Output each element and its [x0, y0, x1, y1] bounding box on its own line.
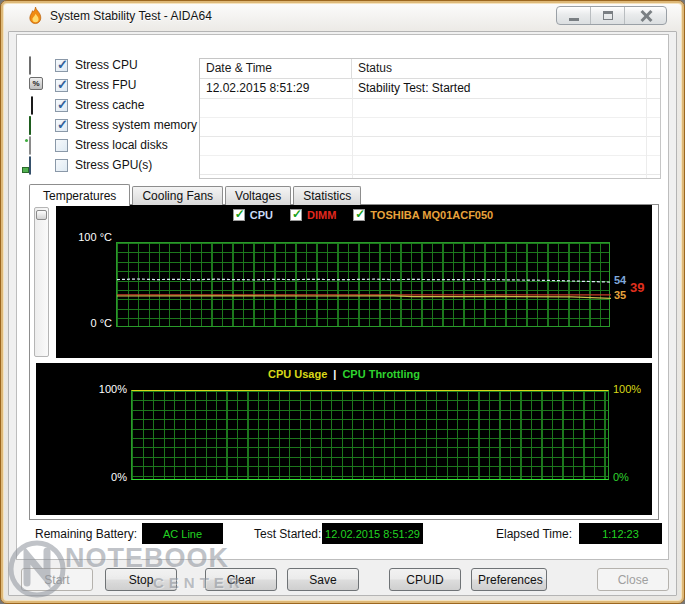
- flame-app-icon: [27, 7, 44, 26]
- legend-label: DIMM: [307, 209, 336, 221]
- stress-option-stress-gpu-s: Stress GPU(s): [29, 155, 199, 175]
- stress-option-label: Stress cache: [75, 98, 144, 112]
- tab-voltages[interactable]: Voltages: [225, 186, 291, 205]
- temp-axis-min-label: 0 °C: [62, 317, 112, 329]
- column-divider: [646, 79, 647, 178]
- stop-button[interactable]: Stop: [105, 568, 177, 591]
- slider-thumb[interactable]: [36, 210, 47, 220]
- cpu-usage-chart: CPU Usage|CPU Throttling 100% 0% 100% 0%: [36, 363, 652, 515]
- series-end-value-toshiba-mq01acf050: 35: [614, 289, 626, 301]
- stress-option-label: Stress FPU: [75, 78, 136, 92]
- table-row-empty: [200, 155, 660, 174]
- status-value-remaining-battery: AC Line: [142, 523, 223, 544]
- stress-checkbox-stress-system-memory[interactable]: [55, 119, 68, 132]
- close-button: Close: [597, 568, 669, 591]
- column-header-status[interactable]: Status: [352, 59, 647, 78]
- usage-axis-min-label-right: 0%: [613, 471, 629, 483]
- table-row-empty: [200, 174, 660, 179]
- table-row-empty: [200, 136, 660, 155]
- memory-icon: [29, 116, 31, 135]
- legend-item-cpu: CPU: [233, 209, 273, 221]
- minimize-button[interactable]: [557, 7, 591, 24]
- stress-option-stress-system-memory: Stress system memory: [29, 115, 199, 135]
- stress-option-label: Stress CPU: [75, 58, 138, 72]
- cpu-icon: [29, 56, 31, 75]
- table-row-empty: [200, 98, 660, 117]
- table-header-row: Date & Time Status: [200, 59, 660, 79]
- stress-option-label: Stress system memory: [75, 118, 197, 132]
- legend-item-toshiba-mq01acf050: TOSHIBA MQ01ACF050: [353, 209, 493, 221]
- tabstrip: TemperaturesCooling FansVoltagesStatisti…: [29, 183, 363, 205]
- table-row[interactable]: 12.02.2015 8:51:29 Stability Test: Start…: [200, 79, 660, 98]
- stress-option-label: Stress GPU(s): [75, 158, 152, 172]
- gpu-icon: [29, 156, 31, 175]
- usage-axis-min-label-left: 0%: [80, 471, 127, 483]
- usage-title-part: CPU Throttling: [342, 368, 420, 380]
- status-value-test-started: 12.02.2015 8:51:29: [322, 523, 423, 544]
- temp-axis-max-label: 100 °C: [62, 231, 112, 243]
- legend-checkbox-dimm[interactable]: [290, 209, 302, 221]
- usage-chart-title: CPU Usage|CPU Throttling: [36, 368, 652, 380]
- cache-icon: [29, 97, 47, 113]
- stress-option-stress-fpu: %Stress FPU: [29, 75, 199, 95]
- stress-checkbox-stress-gpu-s[interactable]: [55, 159, 68, 172]
- legend-checkbox-toshiba-mq01acf050[interactable]: [353, 209, 365, 221]
- stress-checkbox-stress-cpu[interactable]: [55, 59, 68, 72]
- stress-option-stress-cache: Stress cache: [29, 95, 199, 115]
- disk-icon: [29, 136, 31, 155]
- stress-options-list: Stress CPU%Stress FPUStress cacheStress …: [29, 55, 199, 175]
- table-row-empty: [200, 117, 660, 136]
- legend-label: TOSHIBA MQ01ACF050: [370, 209, 493, 221]
- column-header-extra: [647, 59, 660, 78]
- preferences-button[interactable]: Preferences: [471, 568, 547, 591]
- column-header-date-time[interactable]: Date & Time: [200, 59, 352, 78]
- tab-statistics[interactable]: Statistics: [293, 186, 361, 205]
- usage-title-part: CPU Usage: [268, 368, 327, 380]
- cell-date-time: 12.02.2015 8:51:29: [200, 79, 352, 98]
- save-button[interactable]: Save: [287, 568, 359, 591]
- fpu-icon: %: [29, 77, 47, 93]
- temperature-chart: CPUDIMMTOSHIBA MQ01ACF050 100 °C 0 °C 54…: [56, 205, 652, 358]
- cpuid-button[interactable]: CPUID: [389, 568, 461, 591]
- stress-checkbox-stress-local-disks[interactable]: [55, 139, 68, 152]
- fpu-icon: %: [29, 77, 43, 90]
- dialog-client-area: Stress CPU%Stress FPUStress cacheStress …: [8, 31, 677, 596]
- tab-cooling-fans[interactable]: Cooling Fans: [132, 186, 223, 205]
- disk-icon: [29, 137, 47, 153]
- cell-status: Stability Test: Started: [352, 79, 660, 98]
- main-panel: Stress CPU%Stress FPUStress cacheStress …: [16, 34, 669, 560]
- minimize-icon: [569, 18, 579, 21]
- status-value-elapsed-time: 1:12:23: [579, 523, 662, 544]
- legend-checkbox-cpu[interactable]: [233, 209, 245, 221]
- status-label-remaining-battery: Remaining Battery:: [35, 527, 137, 541]
- system-stability-test-window: System Stability Test - AIDA64 Stress CP…: [0, 0, 685, 604]
- titlebar[interactable]: System Stability Test - AIDA64: [1, 1, 684, 31]
- start-button: Start: [21, 568, 93, 591]
- usage-title-part: |: [333, 368, 336, 380]
- maximize-button[interactable]: [591, 7, 625, 24]
- gpu-icon: [29, 157, 47, 173]
- series-line-cpu: [117, 279, 611, 282]
- temperature-legend: CPUDIMMTOSHIBA MQ01ACF050: [116, 209, 610, 221]
- event-log-table: Date & Time Status 12.02.2015 8:51:29 St…: [199, 58, 661, 179]
- stress-option-stress-local-disks: Stress local disks: [29, 135, 199, 155]
- status-row: Remaining Battery:AC LineTest Started:12…: [17, 523, 668, 545]
- tab-temperatures[interactable]: Temperatures: [29, 184, 130, 206]
- stress-checkbox-stress-fpu[interactable]: [55, 79, 68, 92]
- clear-button[interactable]: Clear: [205, 568, 277, 591]
- stress-option-label: Stress local disks: [75, 138, 168, 152]
- maximize-icon: [603, 11, 613, 20]
- status-label-elapsed-time: Elapsed Time:: [496, 527, 572, 541]
- close-button[interactable]: [625, 7, 666, 24]
- tab-page-temperatures: CPUDIMMTOSHIBA MQ01ACF050 100 °C 0 °C 54…: [29, 204, 659, 520]
- series-end-value-cpu: 54: [614, 274, 626, 286]
- status-label-test-started: Test Started:: [254, 527, 321, 541]
- stress-checkbox-stress-cache[interactable]: [55, 99, 68, 112]
- chart-scale-slider[interactable]: [34, 207, 49, 357]
- legend-label: CPU: [250, 209, 273, 221]
- column-divider: [352, 79, 353, 178]
- series-line-toshiba-mq01acf050: [117, 296, 611, 299]
- usage-axis-max-label-right: 100%: [613, 383, 641, 395]
- action-button-row: StartStopClearSaveCPUIDPreferencesClose: [9, 568, 676, 592]
- usage-axis-max-label-left: 100%: [80, 383, 127, 395]
